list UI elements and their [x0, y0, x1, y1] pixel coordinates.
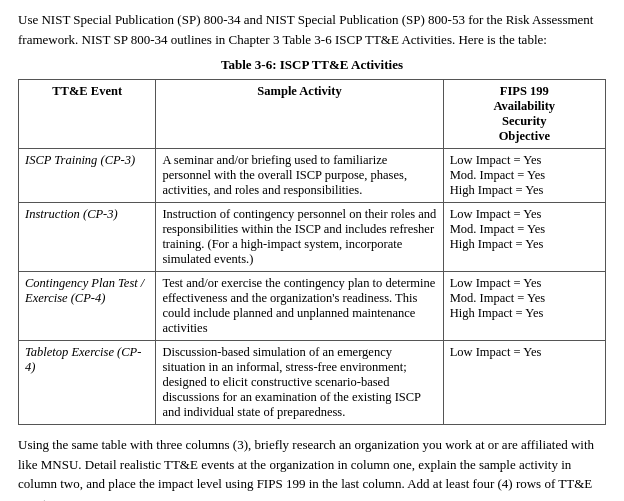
tte-table: TT&E Event Sample Activity FIPS 199Avail…	[18, 79, 606, 425]
cell-event: Instruction (CP-3)	[19, 203, 156, 272]
table-row: Tabletop Exercise (CP-4)Discussion-based…	[19, 341, 606, 425]
intro-text: Use NIST Special Publication (SP) 800-34…	[18, 10, 606, 49]
cell-activity: Test and/or exercise the contingency pla…	[156, 272, 443, 341]
cell-fips: Low Impact = YesMod. Impact = YesHigh Im…	[443, 149, 605, 203]
header-event: TT&E Event	[19, 80, 156, 149]
cell-activity: Discussion-based simulation of an emerge…	[156, 341, 443, 425]
cell-activity: Instruction of contingency personnel on …	[156, 203, 443, 272]
table-row: Contingency Plan Test / Exercise (CP-4)T…	[19, 272, 606, 341]
cell-fips: Low Impact = Yes	[443, 341, 605, 425]
cell-fips: Low Impact = YesMod. Impact = YesHigh Im…	[443, 203, 605, 272]
cell-fips: Low Impact = YesMod. Impact = YesHigh Im…	[443, 272, 605, 341]
table-title: Table 3-6: ISCP TT&E Activities	[18, 57, 606, 73]
cell-event: Contingency Plan Test / Exercise (CP-4)	[19, 272, 156, 341]
table-row: ISCP Training (CP-3)A seminar and/or bri…	[19, 149, 606, 203]
outro-text: Using the same table with three columns …	[18, 435, 606, 501]
table-row: Instruction (CP-3)Instruction of conting…	[19, 203, 606, 272]
header-fips: FIPS 199AvailabilitySecurityObjective	[443, 80, 605, 149]
cell-event: Tabletop Exercise (CP-4)	[19, 341, 156, 425]
cell-activity: A seminar and/or briefing used to famili…	[156, 149, 443, 203]
header-activity: Sample Activity	[156, 80, 443, 149]
cell-event: ISCP Training (CP-3)	[19, 149, 156, 203]
